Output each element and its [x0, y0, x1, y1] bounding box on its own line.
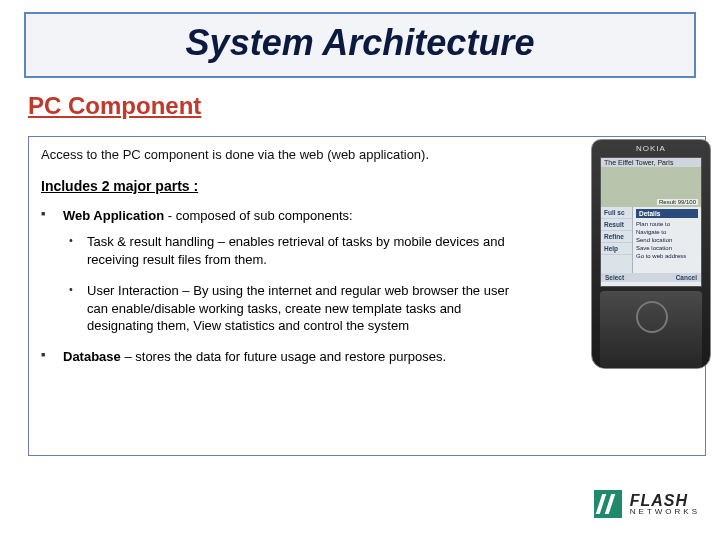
phone-menu: Full sc Result Refine Help — [601, 207, 633, 273]
logo-text: FLASH NETWORKS — [630, 493, 700, 516]
phone-body: Full sc Result Refine Help Details Plan … — [601, 207, 701, 273]
phone-softkey-right: Cancel — [676, 274, 697, 281]
item-tail: – stores the data for future usage and r… — [121, 349, 446, 364]
list-item: Web Application - composed of sub compon… — [41, 208, 521, 335]
phone-pane-line: Go to web address — [636, 252, 698, 260]
phone-pane-header: Details — [636, 209, 698, 218]
phone-pane-line: Plan route to — [636, 220, 698, 228]
section-heading: PC Component — [28, 92, 720, 120]
phone-pane-line: Navigate to — [636, 228, 698, 236]
footer-logo: FLASH NETWORKS — [594, 490, 700, 518]
phone-menu-item: Refine — [601, 231, 632, 243]
slide-title-bar: System Architecture — [24, 12, 696, 78]
phone-pane-line: Save location — [636, 244, 698, 252]
phone-menu-item: Help — [601, 243, 632, 255]
item-lead: Web Application — [63, 208, 164, 223]
content-frame: Access to the PC component is done via t… — [28, 136, 706, 456]
item-lead: Database — [63, 349, 121, 364]
slide-title: System Architecture — [186, 22, 535, 63]
phone-image-area: Result 99/100 — [601, 167, 701, 207]
phone-softkey-left: Select — [605, 274, 624, 281]
list-item: Database – stores the data for future us… — [41, 349, 521, 364]
phone-menu-item: Full sc — [601, 207, 632, 219]
logo-line2: NETWORKS — [630, 508, 700, 516]
phone-screen: The Eiffel Tower, Paris Result 99/100 Fu… — [600, 157, 702, 287]
sub-item: User Interaction – By using the internet… — [63, 282, 521, 335]
phone-menu-item: Result — [601, 219, 632, 231]
phone-softkeys: Select Cancel — [601, 273, 701, 282]
logo-mark-icon — [594, 490, 622, 518]
phone-topbar: The Eiffel Tower, Paris — [601, 158, 701, 167]
parts-list: Web Application - composed of sub compon… — [41, 208, 521, 364]
phone-pane-line: Send location — [636, 236, 698, 244]
item-tail: - composed of sub components: — [164, 208, 353, 223]
sub-list: Task & result handling – enables retriev… — [63, 233, 521, 335]
phone-brand: NOKIA — [636, 144, 666, 153]
logo-line1: FLASH — [630, 493, 700, 508]
phone-pane: Details Plan route to Navigate to Send l… — [633, 207, 701, 273]
sub-item: Task & result handling – enables retriev… — [63, 233, 521, 268]
phone-result-badge: Result 99/100 — [657, 199, 698, 205]
phone-topbar-text: The Eiffel Tower, Paris — [604, 159, 673, 166]
phone-keypad — [600, 291, 702, 368]
phone-illustration: NOKIA The Eiffel Tower, Paris Result 99/… — [591, 139, 711, 369]
